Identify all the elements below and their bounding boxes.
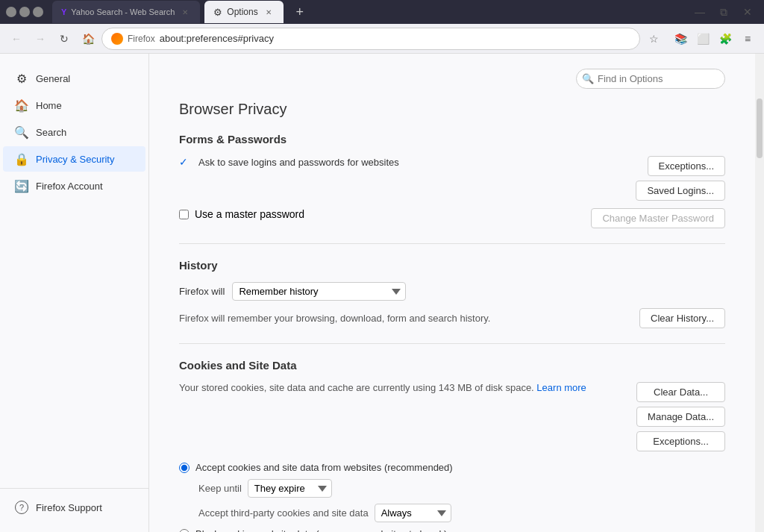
browser-window: Y Yahoo Search - Web Search ✕ ⚙ Options …: [0, 0, 764, 532]
home-icon: 🏠: [15, 98, 28, 112]
cookies-desc-row: Your stored cookies, site data and cache…: [179, 382, 725, 451]
find-wrapper: 🔍: [576, 69, 725, 89]
accept-cookies-radio[interactable]: [179, 463, 190, 473]
cookies-title: Cookies and Site Data: [179, 359, 725, 372]
find-icon: 🔍: [582, 73, 594, 84]
history-title: History: [179, 259, 725, 272]
tab-close-options[interactable]: ✕: [263, 6, 275, 18]
change-master-btn-wrapper: Change Master Password: [591, 208, 725, 228]
cookies-section: Cookies and Site Data Your stored cookie…: [179, 359, 725, 532]
find-bar-wrapper: 🔍: [179, 69, 725, 89]
keep-until-select[interactable]: They expire I close Firefox: [248, 479, 332, 498]
address-input[interactable]: [160, 33, 630, 44]
cookies-exceptions-btn[interactable]: Exceptions...: [636, 431, 725, 451]
accept-cookies-label: Accept cookies and site data from websit…: [179, 462, 725, 473]
toolbar-icons: 📚 ⬜ 🧩 ≡: [670, 28, 758, 49]
back-btn[interactable]: ←: [6, 28, 27, 49]
master-left: Use a master password: [179, 208, 591, 220]
tab-yahoo[interactable]: Y Yahoo Search - Web Search ✕: [52, 1, 200, 23]
cookies-desc-text-wrap: Your stored cookies, site data and cache…: [179, 382, 586, 393]
address-bar[interactable]: Firefox: [101, 28, 640, 50]
divider-2: [179, 343, 725, 344]
sidebar: ⚙ General 🏠 Home 🔍 Search 🔒 Privacy & Se…: [0, 54, 149, 532]
lock-icon: 🔒: [15, 152, 28, 166]
cookies-desc-text: Your stored cookies, site data and cache…: [179, 382, 534, 393]
reload-btn[interactable]: ↻: [54, 28, 75, 49]
firefox-will-label: Firefox will: [179, 286, 225, 297]
third-party-row: Accept third-party cookies and site data…: [198, 504, 725, 522]
ask-save-checkmark: ✓: [179, 156, 192, 168]
history-select[interactable]: Remember history Never remember history …: [232, 282, 406, 301]
sidebar-bottom: ? Firefox Support: [0, 488, 148, 520]
scrollbar-track[interactable]: [755, 54, 764, 532]
block-cookies-radio[interactable]: [179, 529, 190, 533]
menu-btn[interactable]: ≡: [737, 28, 758, 49]
ask-save-label: Ask to save logins and passwords for web…: [198, 157, 399, 168]
change-master-btn[interactable]: Change Master Password: [591, 208, 725, 228]
block-cookies-row: Block cookies and site data (may cause w…: [179, 528, 725, 532]
sync-icon: 🔄: [15, 179, 28, 193]
sidebar-item-privacy[interactable]: 🔒 Privacy & Security: [3, 146, 145, 172]
site-name: Firefox: [128, 34, 155, 44]
help-icon: ?: [15, 501, 28, 514]
restore-window-btn[interactable]: ⧉: [713, 1, 734, 22]
close-window-btn[interactable]: ✕: [737, 1, 758, 22]
clear-history-btn[interactable]: Clear History...: [639, 308, 725, 328]
forward-btn[interactable]: →: [30, 28, 51, 49]
title-bar: Y Yahoo Search - Web Search ✕ ⚙ Options …: [0, 0, 764, 24]
maximize-btn[interactable]: [19, 7, 30, 17]
page-title: Browser Privacy: [179, 101, 725, 118]
bookmark-btn[interactable]: ☆: [643, 28, 664, 49]
sidebar-item-firefox-account[interactable]: 🔄 Firefox Account: [3, 173, 145, 198]
use-master-checkbox[interactable]: [179, 210, 189, 219]
accept-cookies-row: Accept cookies and site data from websit…: [179, 462, 725, 473]
search-icon: 🔍: [15, 125, 28, 139]
firefox-logo: [111, 33, 123, 45]
history-desc-text: Firefox will remember your browsing, dow…: [179, 313, 624, 324]
keep-until-row: Keep until They expire I close Firefox: [198, 479, 725, 498]
third-party-select[interactable]: Always From visited Never: [375, 504, 451, 522]
find-input[interactable]: [576, 69, 725, 89]
tab-close-yahoo[interactable]: ✕: [179, 6, 191, 18]
tab-options[interactable]: ⚙ Options ✕: [204, 1, 283, 23]
forms-passwords-section: Forms & Passwords ✓ Ask to save logins a…: [179, 133, 725, 228]
history-desc-row: Firefox will remember your browsing, dow…: [179, 308, 725, 328]
minimize-btn[interactable]: [6, 7, 16, 17]
extensions-btn[interactable]: 🧩: [715, 28, 736, 49]
exceptions-btn[interactable]: Exceptions...: [648, 156, 725, 176]
library-btn[interactable]: 📚: [670, 28, 691, 49]
block-cookies-label: Block cookies and site data (may cause w…: [179, 528, 447, 532]
synced-tabs-btn[interactable]: ⬜: [692, 28, 713, 49]
ask-save-row: ✓ Ask to save logins and passwords for w…: [179, 156, 725, 201]
main-layout: ⚙ General 🏠 Home 🔍 Search 🔒 Privacy & Se…: [0, 54, 764, 532]
close-btn[interactable]: [33, 7, 43, 17]
gear-icon: ⚙: [15, 72, 28, 85]
scrollbar-thumb[interactable]: [757, 98, 763, 158]
ask-save-left: ✓ Ask to save logins and passwords for w…: [179, 156, 636, 168]
minimize-window-btn[interactable]: —: [689, 1, 710, 22]
master-password-label: Use a master password: [195, 208, 304, 220]
sidebar-item-home[interactable]: 🏠 Home: [3, 93, 145, 118]
sidebar-item-support[interactable]: ? Firefox Support: [3, 495, 145, 520]
cookies-btns: Clear Data... Manage Data... Exceptions.…: [636, 382, 725, 451]
navigation-bar: ← → ↻ 🏠 Firefox ☆ 📚 ⬜ 🧩 ≡: [0, 24, 764, 54]
manage-data-btn[interactable]: Manage Data...: [636, 407, 725, 427]
divider-1: [179, 243, 725, 244]
home-btn[interactable]: 🏠: [78, 28, 98, 49]
new-tab-btn[interactable]: +: [289, 1, 310, 22]
clear-data-btn[interactable]: Clear Data...: [636, 382, 725, 402]
learn-more-link[interactable]: Learn more: [536, 382, 586, 393]
content-area: 🔍 Browser Privacy Forms & Passwords ✓ As…: [149, 54, 755, 532]
history-section: History Firefox will Remember history Ne…: [179, 259, 725, 328]
sidebar-item-general[interactable]: ⚙ General: [3, 66, 145, 91]
forms-btns: Exceptions... Saved Logins...: [636, 156, 725, 201]
master-password-row: Use a master password Change Master Pass…: [179, 208, 725, 228]
forms-passwords-title: Forms & Passwords: [179, 133, 725, 145]
saved-logins-btn[interactable]: Saved Logins...: [636, 181, 725, 201]
history-row: Firefox will Remember history Never reme…: [179, 282, 725, 301]
sidebar-item-search[interactable]: 🔍 Search: [3, 119, 145, 145]
